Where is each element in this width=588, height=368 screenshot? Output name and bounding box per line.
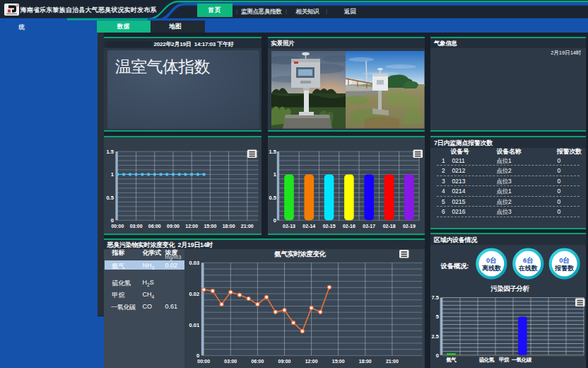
svg-text:0: 0 <box>436 352 439 359</box>
svg-text:03:00: 03:00 <box>129 223 142 228</box>
svg-text:一氧化碳: 一氧化碳 <box>512 357 532 363</box>
svg-text:18:00: 18:00 <box>222 223 235 228</box>
svg-text:0台: 0台 <box>486 256 497 264</box>
svg-text:0.5: 0.5 <box>106 194 113 200</box>
svg-text:0.02: 0.02 <box>189 291 199 297</box>
svg-text:6台: 6台 <box>523 256 534 264</box>
svg-text:02-16: 02-16 <box>342 223 355 228</box>
svg-text:02-15: 02-15 <box>322 223 335 228</box>
svg-text:甲烷: 甲烷 <box>499 357 510 363</box>
svg-text:氨气实时浓度变化: 氨气实时浓度变化 <box>274 250 326 258</box>
svg-text:5: 5 <box>436 314 439 320</box>
svg-text:02-13: 02-13 <box>283 223 295 228</box>
svg-text:2.5: 2.5 <box>432 333 439 340</box>
svg-text:02-17: 02-17 <box>363 223 375 228</box>
svg-text:0.01: 0.01 <box>189 322 199 328</box>
svg-text:0: 0 <box>196 352 199 359</box>
svg-text:09:00: 09:00 <box>278 359 290 364</box>
svg-text:硫化氢: 硫化氢 <box>479 357 495 363</box>
svg-text:0.03: 0.03 <box>189 260 199 266</box>
svg-text:02-19: 02-19 <box>402 223 415 228</box>
svg-text:09:00: 09:00 <box>167 223 180 228</box>
svg-text:污染因子分析: 污染因子分析 <box>490 284 529 292</box>
svg-text:06:00: 06:00 <box>251 359 264 364</box>
svg-text:02-18: 02-18 <box>382 223 395 228</box>
svg-text:1.5: 1.5 <box>106 149 113 155</box>
svg-text:氨气: 氨气 <box>445 357 457 363</box>
svg-text:1: 1 <box>273 171 276 178</box>
svg-text:06:00: 06:00 <box>148 223 160 228</box>
svg-text:离线数: 离线数 <box>482 265 502 272</box>
svg-text:02-14: 02-14 <box>302 223 315 228</box>
svg-text:15:00: 15:00 <box>204 223 216 228</box>
svg-text:18:00: 18:00 <box>358 359 371 364</box>
svg-text:12:00: 12:00 <box>185 223 198 228</box>
svg-text:00:00: 00:00 <box>111 223 124 228</box>
svg-text:21:00: 21:00 <box>385 359 398 364</box>
svg-text:15:00: 15:00 <box>331 359 344 364</box>
svg-text:21:00: 21:00 <box>240 223 253 228</box>
svg-text:报警数: 报警数 <box>554 265 575 272</box>
svg-text:12:00: 12:00 <box>305 359 317 364</box>
svg-text:00:00: 00:00 <box>197 359 210 364</box>
svg-text:1.5: 1.5 <box>269 149 276 155</box>
svg-text:在线数: 在线数 <box>518 265 539 272</box>
svg-text:0.5: 0.5 <box>269 194 276 200</box>
svg-text:7.5: 7.5 <box>432 294 439 301</box>
svg-text:0: 0 <box>273 217 276 224</box>
svg-text:03:00: 03:00 <box>224 359 237 364</box>
svg-text:0台: 0台 <box>559 256 570 264</box>
svg-text:1: 1 <box>110 171 113 178</box>
